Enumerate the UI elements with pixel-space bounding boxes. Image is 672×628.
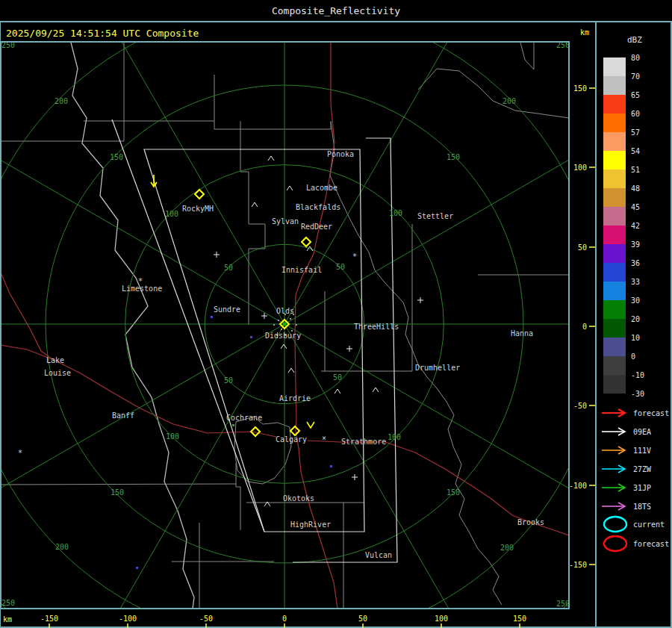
city-label-sundre: Sundre — [214, 305, 240, 314]
city-label-calgary: Calgary — [276, 435, 307, 444]
dbz-block-48 — [603, 188, 626, 207]
city-label-louise: Louise — [44, 369, 71, 377]
city-label-airdrie: Airdrie — [279, 394, 311, 402]
bottom-axis-label: 50 — [358, 615, 367, 623]
range-ring-label: 150 — [447, 153, 460, 161]
range-ring-label: 50 — [224, 376, 233, 385]
right-axis-label: 50 — [578, 243, 587, 252]
blue-dot-marker — [211, 316, 213, 318]
right-axis-label: 0 — [582, 323, 587, 331]
dbz-block-51 — [603, 170, 626, 188]
dbz-block-57 — [603, 132, 626, 151]
legend-label-111V: 111V — [633, 447, 651, 455]
dbz-label: 80 — [631, 54, 640, 62]
city-label-sylvan: Sylvan — [272, 217, 299, 226]
city-label-lacombe: Lacombe — [306, 184, 337, 192]
asterisk-marker: * — [352, 252, 357, 261]
dbz-block-80 — [603, 57, 626, 76]
city-label-ponoka: Ponoka — [327, 150, 354, 158]
dbz-block-65 — [603, 95, 626, 114]
legend-label-09EA: 09EA — [633, 428, 651, 436]
dbz-block-45 — [603, 207, 626, 226]
range-ring-label: 50 — [336, 263, 345, 271]
clutter-speck — [296, 324, 297, 326]
dbz-block-60 — [603, 114, 626, 132]
dbz-label: 33 — [631, 278, 640, 286]
city-label-vulcan: Vulcan — [365, 551, 392, 559]
dbz-label: 57 — [631, 128, 640, 137]
dbz-block-20 — [603, 319, 626, 338]
clutter-speck — [278, 320, 279, 321]
city-label-okotoks: Okotoks — [283, 494, 314, 503]
dbz-label: 20 — [631, 315, 640, 323]
right-axis-label: 100 — [573, 164, 587, 172]
dbz-label: 30 — [631, 296, 640, 305]
blue-dot-marker — [250, 336, 252, 338]
timestamp-label: 2025/09/25 14:51:54 UTC Composite — [6, 28, 199, 39]
city-label-highriver: HighRiver — [290, 520, 331, 529]
dbz-label: 39 — [631, 240, 640, 249]
green-dot-marker — [232, 424, 234, 426]
clutter-speck — [290, 318, 291, 320]
range-ring-label: 150 — [111, 488, 124, 497]
city-label-brooks: Brooks — [517, 518, 544, 526]
range-ring-label: 250 — [1, 599, 15, 607]
legend-label-18TS: 18TS — [633, 503, 651, 511]
dbz-block--10 — [603, 375, 626, 394]
bottom-axis-label: -150 — [40, 615, 58, 623]
dbz-block-54 — [603, 151, 626, 170]
asterisk-marker: * — [18, 449, 22, 457]
range-ring-label: 50 — [333, 373, 342, 382]
dbz-block-30 — [603, 300, 626, 319]
dbz-block-0 — [603, 356, 626, 375]
dbz-label: 10 — [631, 334, 640, 342]
city-label-hanna: Hanna — [511, 329, 533, 338]
dbz-label: 45 — [631, 203, 640, 211]
colorbar-title: dBZ — [627, 35, 642, 45]
right-axis-label: -100 — [569, 482, 587, 490]
right-axis-label: -150 — [569, 561, 587, 569]
city-label-banff: Banff — [112, 411, 134, 420]
city-label-blackfalds: Blackfalds — [296, 203, 340, 211]
blue-dot-marker — [136, 567, 138, 569]
dbz-label: 42 — [631, 222, 640, 230]
city-label-threehills: ThreeHills — [354, 323, 399, 331]
dbz-label: 54 — [631, 147, 640, 155]
right-axis-label: -50 — [573, 402, 587, 410]
range-ring-label: 50 — [224, 264, 233, 272]
dbz-block-33 — [603, 282, 626, 300]
dbz-label: 60 — [631, 110, 640, 118]
dbz-block-36 — [603, 263, 626, 282]
city-label-drumheller: Drumheller — [415, 364, 460, 372]
dbz-label: 51 — [631, 166, 640, 174]
window-title: Composite_Reflectivity — [272, 5, 400, 16]
dbz-label: 48 — [631, 184, 640, 193]
clutter-speck — [273, 324, 275, 326]
dbz-block-70 — [603, 76, 626, 95]
window-background — [0, 0, 672, 628]
range-ring-label: 200 — [503, 97, 516, 105]
blue-dot-marker — [330, 465, 332, 467]
city-label-rockymh: RockyMH — [182, 205, 214, 213]
km-unit-bottom: km — [3, 615, 12, 624]
km-unit-top: km — [580, 28, 589, 37]
dbz-label: 0 — [631, 352, 635, 361]
range-ring-label: 200 — [55, 543, 69, 551]
right-axis-label: 150 — [573, 84, 587, 93]
range-ring-label: 100 — [388, 433, 401, 441]
city-label-olds: Olds — [276, 307, 294, 315]
range-ring-label: 200 — [55, 97, 68, 105]
radar-window: Composite_Reflectivity 2025/09/25 14:51:… — [0, 0, 672, 628]
dbz-block-42 — [603, 226, 626, 244]
legend-label-27ZW: 27ZW — [633, 465, 652, 473]
legend-label-forecast: forecast — [633, 540, 669, 548]
dbz-label: 65 — [631, 91, 640, 99]
range-ring-label: 150 — [110, 153, 123, 161]
clutter-speck — [281, 329, 282, 330]
legend-label-31JP: 31JP — [633, 484, 651, 492]
bottom-axis-label: -50 — [199, 615, 213, 623]
legend-label-current: current — [633, 520, 665, 529]
dbz-label: 70 — [631, 72, 640, 81]
dbz-label: -10 — [631, 371, 644, 379]
range-ring-label: 200 — [500, 544, 514, 552]
